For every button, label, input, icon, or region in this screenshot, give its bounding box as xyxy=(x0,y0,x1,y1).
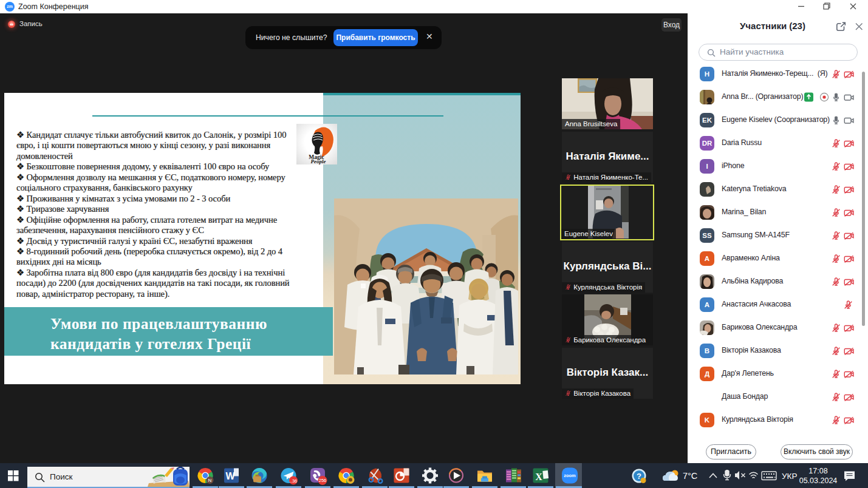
svg-text:zoom: zoom xyxy=(564,473,576,478)
svg-text:W: W xyxy=(225,471,235,481)
svg-text:05.03.2024: 05.03.2024 xyxy=(799,476,838,485)
svg-text:УКР: УКР xyxy=(782,472,797,481)
svg-text:People: People xyxy=(311,158,326,164)
svg-text:..36: ..36 xyxy=(290,478,298,484)
svg-text:N: N xyxy=(208,478,212,483)
svg-text:17:08: 17:08 xyxy=(808,467,827,475)
svg-text:X: X xyxy=(535,472,542,482)
svg-text:?: ? xyxy=(637,472,641,481)
svg-text:256: 256 xyxy=(319,478,327,483)
svg-text:7°C: 7°C xyxy=(683,471,697,481)
